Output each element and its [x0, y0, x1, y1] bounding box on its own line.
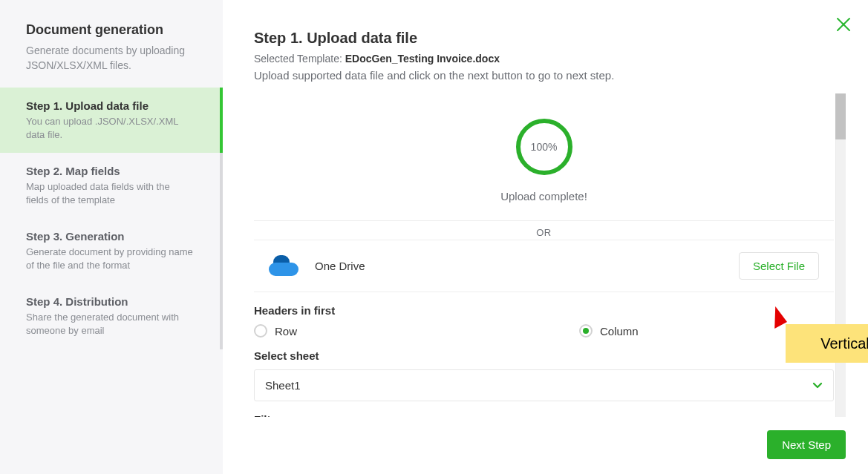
select-sheet-label: Select sheet [254, 349, 834, 362]
step-2-map-fields[interactable]: Step 2. Map fields Map uploaded data fie… [0, 153, 223, 218]
radio-label: Column [600, 325, 639, 338]
step-desc: You can upload .JSON/.XLSX/.XML data fil… [26, 115, 194, 141]
scrollbar-thumb[interactable] [835, 93, 846, 139]
step-desc: Share the generated document with someon… [26, 311, 194, 337]
or-separator: OR [254, 220, 834, 240]
sheet-select[interactable]: Sheet1 [254, 369, 834, 401]
step-4-distribution[interactable]: Step 4. Distribution Share the generated… [0, 283, 223, 349]
scrollbar[interactable] [835, 93, 846, 417]
selected-template-prefix: Selected Template: [254, 53, 345, 65]
step-desc: Generate document by providing name of t… [26, 246, 194, 271]
step-3-generation[interactable]: Step 3. Generation Generate document by … [0, 218, 223, 283]
onedrive-icon [269, 257, 298, 276]
headers-radio-group: Row Column [254, 324, 834, 338]
main-panel: Step 1. Upload data file Selected Templa… [223, 0, 868, 474]
headers-in-first-label: Headers in first [254, 304, 834, 317]
upload-complete-label: Upload complete! [269, 190, 819, 203]
step-title: Step 1. Upload data file [26, 99, 194, 112]
next-step-button[interactable]: Next Step [767, 430, 846, 459]
sidebar-title: Document generation [26, 22, 197, 38]
radio-icon [579, 324, 593, 338]
footer: Next Step [254, 417, 846, 459]
upload-status-card: 100% Upload complete! [254, 93, 834, 220]
step-title: Step 2. Map fields [26, 165, 194, 177]
chevron-down-icon [812, 379, 823, 392]
select-file-button[interactable]: Select File [739, 252, 819, 280]
progress-ring: 100% [516, 119, 572, 175]
radio-icon [254, 324, 267, 338]
sheet-select-value: Sheet1 [265, 379, 301, 392]
filter-label: Filter [254, 413, 834, 417]
onedrive-label: One Drive [315, 260, 365, 272]
onedrive-row: One Drive Select File [254, 240, 834, 292]
form-scroll-area: 100% Upload complete! OR One Drive Selec… [254, 93, 846, 417]
selected-template: Selected Template: EDocGen_Testing Invoi… [254, 53, 846, 65]
step-1-upload[interactable]: Step 1. Upload data file You can upload … [0, 88, 223, 153]
sidebar: Document generation Generate documents b… [0, 0, 223, 474]
radio-row-option[interactable]: Row [254, 324, 297, 338]
radio-column-option[interactable]: Column [579, 324, 639, 338]
selected-template-name: EDocGen_Testing Invoice.docx [345, 53, 500, 65]
step-title: Step 3. Generation [26, 230, 194, 243]
close-icon[interactable] [835, 16, 852, 36]
progress-percent: 100% [531, 141, 558, 153]
main-instruction: Upload supported data file and click on … [254, 69, 846, 82]
radio-label: Row [275, 325, 297, 338]
step-title: Step 4. Distribution [26, 295, 194, 308]
main-title: Step 1. Upload data file [254, 30, 846, 47]
sidebar-description: Generate documents by uploading JSON/XLS… [26, 44, 197, 73]
sidebar-header: Document generation Generate documents b… [0, 22, 223, 88]
step-desc: Map uploaded data fields with the fields… [26, 180, 194, 206]
